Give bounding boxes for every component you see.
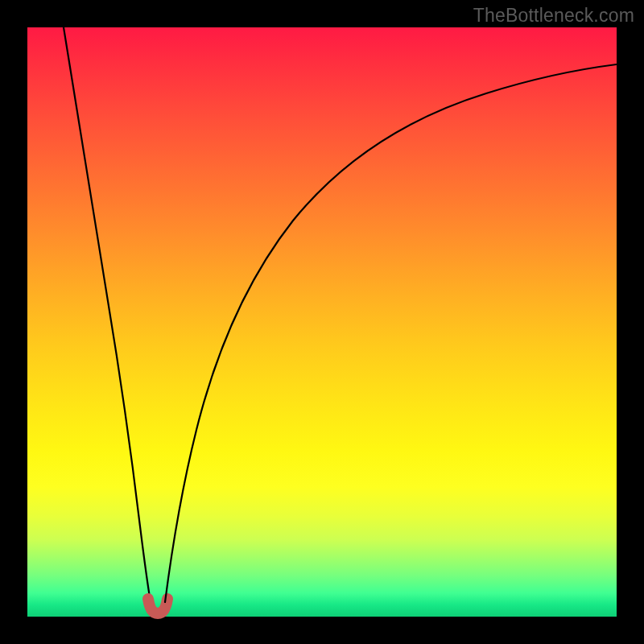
watermark-text: TheBottleneck.com [473,5,634,27]
curve-right-branch [165,64,617,602]
curve-left-branch [64,27,151,602]
bottleneck-curve [27,27,617,617]
chart-canvas: TheBottleneck.com [0,0,644,644]
plot-area [27,27,617,617]
